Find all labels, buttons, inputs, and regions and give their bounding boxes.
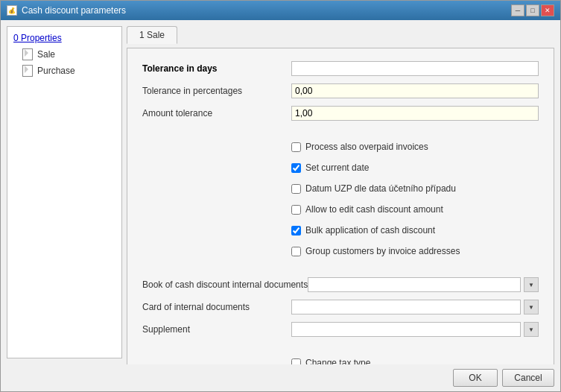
- tabs: 1 Sale: [127, 26, 554, 43]
- card-internal-label: Card of internal documents: [142, 302, 291, 312]
- card-internal-input[interactable]: [291, 300, 521, 314]
- footer: OK Cancel: [1, 364, 560, 391]
- window-icon: 💰: [7, 5, 17, 16]
- properties-label[interactable]: 0 Properties: [7, 30, 121, 46]
- allow-edit-discount-checkbox[interactable]: [291, 205, 301, 215]
- title-buttons: ─ □ ✕: [511, 4, 554, 16]
- tolerance-days-label: Tolerance in days: [142, 63, 291, 74]
- change-tax-label: Change tax type: [305, 358, 370, 364]
- process-overpaid-row: Process also overpaid invoices: [142, 139, 539, 154]
- purchase-doc-icon: [22, 65, 33, 77]
- amount-tolerance-row: Amount tolerance: [142, 105, 539, 121]
- supplement-label: Supplement: [142, 324, 291, 335]
- card-internal-dropdown-btn[interactable]: ▼: [524, 300, 539, 314]
- bulk-application-label: Bulk application of cash discount: [305, 225, 435, 235]
- main-window: 💰 Cash discount parameters ─ □ ✕ 0 Prope…: [0, 0, 561, 392]
- maximize-button[interactable]: □: [526, 4, 539, 16]
- change-tax-checkbox[interactable]: [291, 358, 301, 365]
- cancel-button[interactable]: Cancel: [502, 369, 554, 387]
- process-overpaid-checkbox[interactable]: [291, 142, 301, 152]
- book-internal-label: Book of cash discount internal documents: [142, 279, 308, 290]
- supplement-dropdown-container: ▼: [291, 322, 539, 337]
- process-overpaid-label: Process also overpaid invoices: [305, 142, 428, 152]
- allow-edit-discount-label: Allow to edit cash discount amount: [305, 204, 443, 215]
- datum-uzp-checkbox[interactable]: [291, 184, 301, 194]
- tolerance-pct-label: Tolerance in percentages: [142, 86, 291, 96]
- sidebar-item-sale[interactable]: Sale: [7, 46, 121, 63]
- title-bar-left: 💰 Cash discount parameters: [7, 5, 126, 16]
- book-internal-row: Book of cash discount internal documents…: [142, 276, 539, 293]
- sidebar: 0 Properties Sale Purchase: [7, 26, 122, 358]
- bulk-application-checkbox[interactable]: [291, 226, 301, 235]
- book-internal-input[interactable]: [308, 277, 521, 292]
- sidebar-purchase-label: Purchase: [37, 66, 75, 76]
- tolerance-days-row: Tolerance in days: [142, 60, 539, 77]
- main-content: 1 Sale Tolerance in days Tolerance in pe…: [127, 26, 554, 358]
- supplement-dropdown-btn[interactable]: ▼: [524, 322, 539, 337]
- set-current-date-label: Set current date: [305, 162, 369, 173]
- datum-uzp-row: Datum UZP dle data účetního případu: [142, 181, 539, 196]
- change-tax-row: Change tax type: [142, 355, 539, 364]
- amount-tolerance-input[interactable]: [291, 106, 539, 121]
- supplement-row: Supplement ▼: [142, 321, 539, 338]
- form-panel: Tolerance in days Tolerance in percentag…: [127, 48, 554, 364]
- group-customers-label: Group customers by invoice addresses: [305, 246, 460, 256]
- group-customers-checkbox[interactable]: [291, 247, 301, 256]
- datum-uzp-label: Datum UZP dle data účetního případu: [305, 183, 456, 194]
- title-bar: 💰 Cash discount parameters ─ □ ✕: [1, 1, 560, 20]
- bulk-application-row: Bulk application of cash discount: [142, 223, 539, 238]
- tolerance-pct-input[interactable]: [291, 83, 539, 98]
- sale-doc-icon: [22, 48, 33, 60]
- allow-edit-discount-row: Allow to edit cash discount amount: [142, 202, 539, 217]
- amount-tolerance-label: Amount tolerance: [142, 108, 291, 118]
- set-current-date-row: Set current date: [142, 160, 539, 175]
- tab-sale[interactable]: 1 Sale: [127, 26, 177, 44]
- minimize-button[interactable]: ─: [511, 4, 524, 16]
- card-internal-row: Card of internal documents ▼: [142, 299, 539, 315]
- book-internal-dropdown-container: ▼: [308, 277, 539, 292]
- window-body: 0 Properties Sale Purchase 1 Sale Tolera…: [1, 20, 560, 364]
- tolerance-pct-row: Tolerance in percentages: [142, 83, 539, 99]
- supplement-input[interactable]: [291, 322, 521, 337]
- book-internal-dropdown-btn[interactable]: ▼: [524, 277, 539, 292]
- card-internal-dropdown-container: ▼: [291, 300, 539, 314]
- ok-button[interactable]: OK: [453, 369, 498, 387]
- sidebar-item-purchase[interactable]: Purchase: [7, 63, 121, 79]
- tolerance-days-input[interactable]: [291, 61, 539, 76]
- close-button[interactable]: ✕: [541, 4, 554, 16]
- group-customers-row: Group customers by invoice addresses: [142, 244, 539, 259]
- sidebar-sale-label: Sale: [37, 49, 55, 60]
- set-current-date-checkbox[interactable]: [291, 163, 301, 173]
- window-title: Cash discount parameters: [22, 5, 126, 16]
